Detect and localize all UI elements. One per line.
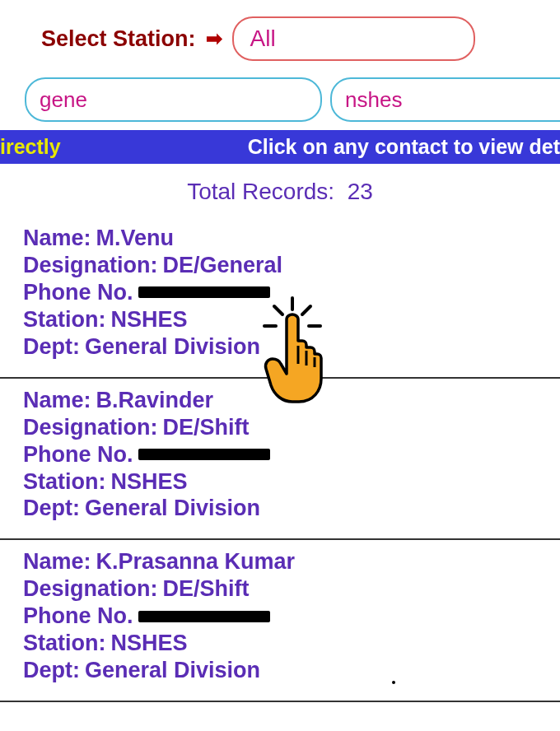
- dept-value: General Division: [85, 333, 260, 361]
- station-label: Select Station:: [41, 26, 196, 52]
- phone-label: Phone No.: [23, 441, 133, 468]
- name-value: M.Venu: [96, 225, 175, 252]
- designation-value: DE/Shift: [163, 575, 250, 603]
- phone-redacted: [138, 447, 270, 462]
- station-select-value: All: [250, 26, 276, 52]
- contact-card[interactable]: Name: K.Prasanna Kumar Designation: DE/S…: [0, 540, 560, 702]
- arrow-right-icon: ➡: [206, 27, 222, 50]
- dept-value: General Division: [85, 657, 260, 684]
- designation-label: Designation:: [23, 414, 158, 441]
- phone-label: Phone No.: [23, 279, 133, 306]
- search-input-1[interactable]: [25, 77, 322, 122]
- dot-icon: [392, 681, 395, 684]
- dept-label: Dept:: [23, 657, 80, 684]
- total-records: Total Records: 23: [0, 164, 560, 225]
- contact-card[interactable]: Name: B.Ravinder Designation: DE/Shift P…: [0, 379, 560, 541]
- designation-value: DE/General: [163, 252, 283, 279]
- name-label: Name:: [23, 225, 91, 252]
- station-select[interactable]: All: [232, 16, 475, 61]
- designation-value: DE/Shift: [163, 414, 250, 441]
- contact-card[interactable]: Name: M.Venu Designation: DE/General Pho…: [0, 225, 560, 379]
- name-value: B.Ravinder: [96, 387, 214, 414]
- dept-label: Dept:: [23, 333, 80, 361]
- name-value: K.Prasanna Kumar: [96, 548, 296, 575]
- search-input-2[interactable]: [330, 77, 560, 122]
- info-banner: irectly Click on any contact to view det: [0, 130, 560, 164]
- contacts-list: Name: M.Venu Designation: DE/General Pho…: [0, 225, 560, 702]
- banner-left-text: irectly: [0, 135, 61, 159]
- name-label: Name:: [23, 548, 91, 575]
- dept-value: General Division: [85, 495, 260, 522]
- station-label-field: Station:: [23, 468, 106, 496]
- station-label-field: Station:: [23, 630, 106, 657]
- total-count: 23: [348, 179, 373, 204]
- station-label-field: Station:: [23, 306, 106, 333]
- designation-label: Designation:: [23, 252, 158, 279]
- name-label: Name:: [23, 387, 91, 414]
- phone-redacted: [138, 285, 270, 300]
- phone-redacted: [138, 609, 270, 624]
- station-value: NSHES: [111, 306, 188, 333]
- station-value: NSHES: [111, 468, 188, 496]
- dept-label: Dept:: [23, 495, 80, 522]
- designation-label: Designation:: [23, 575, 158, 603]
- banner-right-text: Click on any contact to view det: [248, 135, 560, 159]
- total-label: Total Records:: [187, 179, 334, 204]
- station-value: NSHES: [111, 630, 188, 657]
- phone-label: Phone No.: [23, 603, 133, 630]
